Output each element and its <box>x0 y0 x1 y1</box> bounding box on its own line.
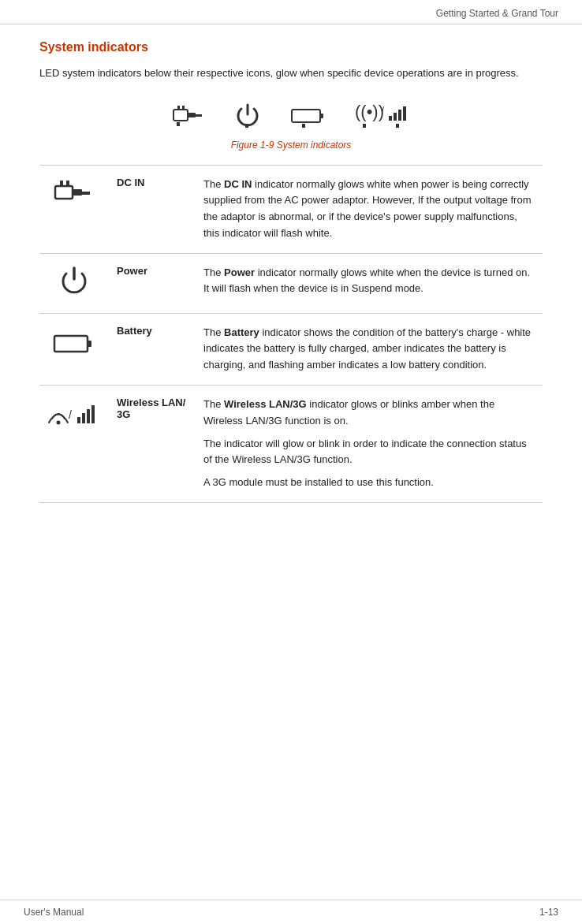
power-label: Power <box>109 253 196 313</box>
dc-in-icon-cell <box>39 165 109 253</box>
table-row: Battery The Battery indicator shows the … <box>39 313 543 385</box>
svg-rect-19 <box>73 189 82 196</box>
dc-in-icon <box>54 177 95 211</box>
svg-rect-17 <box>396 124 399 128</box>
wireless-description: The Wireless LAN/3G indicator glows or b… <box>196 386 543 503</box>
wireless-icon-cell: / <box>39 386 109 503</box>
svg-rect-16 <box>363 124 366 128</box>
dc-in-label: DC IN <box>109 165 196 253</box>
footer-left: User's Manual <box>24 907 84 918</box>
svg-rect-24 <box>88 341 91 347</box>
figure-area: ((•)) / <box>39 95 543 135</box>
svg-rect-14 <box>398 110 401 121</box>
svg-rect-28 <box>82 413 85 423</box>
svg-rect-15 <box>403 106 406 121</box>
indicators-table: DC IN The DC IN indicator normally glows… <box>39 165 543 504</box>
section-title: System indicators <box>39 40 543 54</box>
wireless-lan-3g-icon: / <box>47 397 101 438</box>
svg-rect-12 <box>389 116 392 121</box>
battery-label: Battery <box>109 313 196 385</box>
svg-rect-5 <box>177 122 180 126</box>
svg-rect-27 <box>77 417 80 423</box>
svg-text:/: / <box>382 105 385 114</box>
svg-rect-4 <box>196 114 202 117</box>
svg-rect-2 <box>177 106 180 110</box>
intro-text: LED system indicators below their respec… <box>39 65 543 81</box>
wireless-figure-icon: ((•)) / <box>355 102 410 132</box>
battery-figure-icon <box>290 102 326 132</box>
table-row: DC IN The DC IN indicator normally glows… <box>39 165 543 253</box>
icons-row: ((•)) / <box>172 95 410 135</box>
page-header: Getting Started & Grand Tour <box>0 0 582 24</box>
svg-rect-21 <box>66 181 69 187</box>
power-description: The Power indicator normally glows white… <box>196 253 543 313</box>
wireless-label: Wireless LAN/3G <box>109 386 196 503</box>
svg-rect-29 <box>87 409 90 423</box>
battery-icon-cell <box>39 313 109 385</box>
figure-caption: Figure 1-9 System indicators <box>39 140 543 151</box>
svg-rect-30 <box>91 405 95 423</box>
svg-rect-9 <box>302 124 305 128</box>
table-row: Power The Power indicator normally glows… <box>39 253 543 313</box>
svg-rect-1 <box>188 113 196 117</box>
svg-rect-7 <box>292 110 320 122</box>
svg-rect-18 <box>55 186 73 199</box>
page-footer: User's Manual 1-13 <box>0 900 582 924</box>
battery-icon <box>53 325 95 360</box>
power-icon <box>57 265 91 300</box>
svg-rect-13 <box>394 113 397 121</box>
dc-in-figure-icon <box>172 102 205 132</box>
svg-point-25 <box>57 421 61 425</box>
footer-right: 1-13 <box>539 907 558 918</box>
power-figure-icon <box>233 102 262 132</box>
svg-text:/: / <box>69 408 72 421</box>
svg-rect-23 <box>54 336 88 352</box>
svg-rect-3 <box>182 106 185 110</box>
svg-rect-22 <box>82 192 90 195</box>
dc-in-description: The DC IN indicator normally glows white… <box>196 165 543 253</box>
table-row: / Wireless LAN/3G The Wireless LAN/3G in… <box>39 386 543 503</box>
svg-rect-20 <box>60 181 63 187</box>
svg-rect-0 <box>173 110 188 121</box>
svg-rect-6 <box>245 124 248 128</box>
battery-description: The Battery indicator shows the conditio… <box>196 313 543 385</box>
svg-text:((•)): ((•)) <box>355 102 384 121</box>
power-icon-cell <box>39 253 109 313</box>
header-title: Getting Started & Grand Tour <box>436 8 558 19</box>
svg-rect-8 <box>320 114 323 118</box>
main-content: System indicators LED system indicators … <box>0 24 582 550</box>
